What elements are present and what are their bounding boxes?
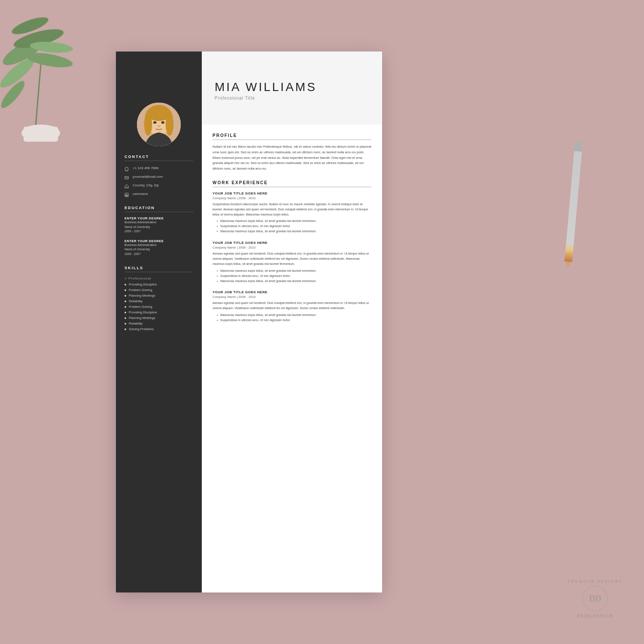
skill-item-7: Reliability: [125, 322, 193, 325]
job-bullets-1: Maecenas maximus turpis tellus, sit amet…: [213, 219, 371, 234]
job-dates-2: 2008 - 2010: [238, 246, 255, 249]
svg-point-17: [153, 122, 156, 124]
profile-photo: [135, 101, 182, 148]
skill-text-2: Planning Meetings: [129, 294, 155, 298]
email-contact: yourmail@mail.com: [125, 174, 193, 179]
job-bullet-3-0: Maecenas maximus turpis tellus, sit amet…: [217, 313, 371, 318]
linkedin-text: username: [133, 192, 148, 196]
address-contact: Country, City, Zip: [125, 182, 193, 188]
skill-text-1: Problem Solving: [129, 288, 152, 292]
pencil-decoration: [565, 142, 583, 262]
job-bullet-3-1: Suspendisse in ultricies arcu. Ut nec di…: [217, 318, 371, 323]
plant-decoration: [0, 0, 99, 142]
job-bullets-2: Maecenas maximus turpis tellus, sit amet…: [213, 268, 371, 284]
edu-field-2: Business Administration: [125, 243, 193, 248]
skills-section: Skills // Professional Providing Discipl…: [125, 266, 193, 331]
pencil-eraser: [574, 142, 583, 152]
education-section-title: Education: [125, 206, 193, 212]
job-desc-1: Suspendisse tincidunt ullamcorper auctor…: [213, 202, 371, 217]
svg-point-24: [125, 194, 126, 194]
skill-item-2: Planning Meetings: [125, 294, 193, 298]
resume-main: MIA WILLIAMS Professional Title Profile …: [202, 52, 382, 592]
watermark: Premium Designs DD DemeDesign: [568, 579, 623, 618]
job-dates-3: 2008 - 2010: [238, 295, 255, 299]
edu-field-1: Business Administration: [125, 220, 193, 225]
job-desc-2: Aenean egestas sed quam vel hendrerit. D…: [213, 251, 371, 267]
skill-item-4: Problem Solving: [125, 305, 193, 309]
skills-section-title: Skills: [125, 266, 193, 272]
resume-sidebar: Contact +1 103 456 7890: [116, 52, 202, 592]
job-bullets-3: Maecenas maximus turpis tellus, sit amet…: [213, 313, 371, 323]
job-dates-1: 2008 - 2010: [238, 196, 255, 200]
resume-name: MIA WILLIAMS: [215, 80, 369, 94]
job-entry-3: Your Job Title Goes Here Company Name | …: [213, 290, 371, 323]
contact-section: Contact +1 103 456 7890: [125, 155, 193, 196]
skill-bullet-2: [125, 295, 126, 297]
skill-item-3: Reliability: [125, 299, 193, 303]
skill-bullet-0: [125, 284, 126, 286]
edu-university-1: Name of University: [125, 225, 193, 230]
resume-header: MIA WILLIAMS Professional Title: [202, 52, 382, 125]
job-company-2: Company Name: [213, 246, 236, 249]
skill-item-6: Planning Meetings: [125, 316, 193, 320]
skill-item-8: Solving Problems: [125, 327, 193, 331]
svg-rect-22: [125, 176, 128, 179]
home-icon: [125, 182, 130, 188]
watermark-brand-text: DemeDesign: [568, 614, 623, 618]
job-bullet-2-2: Maecenas maximus turpis tellus, sit amet…: [217, 279, 371, 284]
skill-text-6: Planning Meetings: [129, 316, 155, 320]
job-bullet-1-1: Suspendisse in ultricies arcu. Ut nec di…: [217, 224, 371, 229]
skill-bullet-3: [125, 301, 126, 302]
skill-item-0: Providing Discipline: [125, 283, 193, 286]
profile-text: Nullam id est nec libero iaculis mer Pel…: [213, 144, 371, 172]
contact-section-title: Contact: [125, 155, 193, 161]
resume-body: Profile Nullam id est nec libero iaculis…: [202, 125, 382, 592]
linkedin-icon: [125, 191, 130, 196]
watermark-top-text: Premium Designs: [568, 579, 623, 583]
skill-bullet-5: [125, 312, 126, 313]
job-meta-2: Company Name | 2008 - 2010: [213, 246, 371, 249]
education-entry-2: Enter Your Degree Business Administratio…: [125, 239, 193, 257]
job-bullet-2-0: Maecenas maximus turpis tellus, sit amet…: [217, 268, 371, 273]
address-text: Country, City, Zip: [133, 183, 159, 187]
edu-university-2: Name of University: [125, 247, 193, 252]
education-section: Education Enter Your Degree Business Adm…: [125, 206, 193, 256]
phone-text: +1 103 456 7890: [133, 166, 158, 170]
linkedin-contact: username: [125, 191, 193, 196]
skill-text-0: Providing Discipline: [129, 283, 157, 286]
svg-rect-9: [24, 127, 58, 142]
svg-rect-21: [126, 170, 127, 171]
email-icon: [125, 174, 130, 179]
skill-item-1: Problem Solving: [125, 288, 193, 292]
svg-point-19: [158, 125, 160, 127]
edu-years-2: 2005 - 2007: [125, 252, 193, 257]
skill-bullet-1: [125, 289, 126, 291]
job-title-2: Your Job Title Goes Here: [213, 241, 371, 245]
skill-bullet-4: [125, 306, 126, 308]
job-title-3: Your Job Title Goes Here: [213, 290, 371, 294]
phone-icon: [125, 165, 130, 170]
skill-bullet-7: [125, 323, 126, 325]
job-bullet-2-1: Suspendisse in ultricies arcu. Ut nec di…: [217, 273, 371, 279]
skill-text-3: Reliability: [129, 299, 143, 303]
phone-contact: +1 103 456 7890: [125, 165, 193, 170]
work-experience-section: Work Experience Your Job Title Goes Here…: [213, 180, 371, 323]
skill-item-5: Providing Discipline: [125, 310, 193, 314]
work-experience-title: Work Experience: [213, 180, 371, 187]
job-company-3: Company Name: [213, 295, 236, 299]
profile-section-title: Profile: [213, 133, 371, 140]
skills-category-label: // Professional: [125, 276, 193, 280]
job-company-1: Company Name: [213, 196, 236, 200]
skill-text-7: Reliability: [129, 322, 143, 325]
edu-degree-2: Enter Your Degree: [125, 239, 193, 243]
education-entry-1: Enter Your Degree Business Administratio…: [125, 216, 193, 234]
email-text: yourmail@mail.com: [133, 175, 163, 179]
skill-bullet-6: [125, 317, 126, 319]
sidebar-top-bar: [116, 52, 202, 125]
job-bullet-1-0: Maecenas maximus turpis tellus, sit amet…: [217, 219, 371, 224]
job-meta-1: Company Name | 2008 - 2010: [213, 196, 371, 200]
skill-text-5: Providing Discipline: [129, 310, 157, 314]
sidebar-content-area: Contact +1 103 456 7890: [116, 125, 202, 592]
watermark-logo: DD: [582, 586, 608, 611]
job-title-1: Your Job Title Goes Here: [213, 191, 371, 195]
